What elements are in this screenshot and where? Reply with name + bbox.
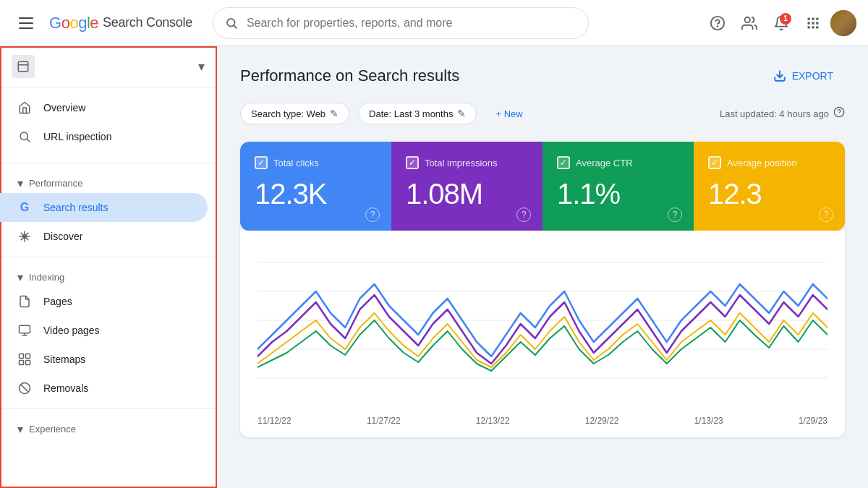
sidebar-item-removals[interactable]: Removals (0, 374, 208, 403)
nav-section-top: Overview URL inspection (0, 87, 216, 157)
notification-badge: 1 (780, 13, 791, 25)
app-header: Google Search Console (0, 0, 868, 46)
help-button[interactable] (703, 9, 732, 38)
metric-value-clicks: 12.3K (255, 178, 377, 210)
avatar[interactable] (830, 10, 856, 36)
chevron-down-icon: ▾ (198, 59, 205, 74)
help-icon (710, 15, 726, 31)
edit-search-type-icon: ✎ (330, 108, 339, 119)
metric-value-impressions: 1.08M (406, 178, 528, 210)
metric-checkbox-clicks[interactable]: ✓ (255, 156, 268, 169)
search-bar-container (213, 7, 589, 39)
metric-value-position: 12.3 (708, 178, 830, 210)
metric-header-position: ✓ Average position (708, 156, 830, 169)
metric-header-clicks: ✓ Total clicks (255, 156, 377, 169)
search-input[interactable] (247, 17, 576, 30)
sidebar-section-indexing-label: Indexing (29, 272, 64, 283)
chart-label-4: 12/29/22 (585, 416, 619, 426)
filter-search-type[interactable]: Search type: Web ✎ (240, 103, 349, 124)
sidebar-item-overview[interactable]: Overview (0, 93, 208, 122)
sidebar-item-pages[interactable]: Pages (0, 287, 208, 316)
svg-point-4 (745, 17, 750, 22)
sidebar-item-discover-label: Discover (43, 231, 82, 242)
metric-header-ctr: ✓ Average CTR (557, 156, 679, 169)
svg-line-1 (234, 25, 236, 27)
add-filter-button[interactable]: + New (485, 104, 532, 124)
sidebar-section-experience[interactable]: ▾ Experience (0, 415, 216, 439)
chart-container: 11/12/22 11/27/22 12/13/22 12/29/22 1/13… (240, 231, 845, 437)
svg-rect-14 (18, 61, 28, 72)
apps-button[interactable] (799, 9, 827, 38)
discover-icon (17, 229, 32, 244)
home-icon (17, 100, 32, 115)
metric-header-impressions: ✓ Total impressions (406, 156, 528, 169)
metric-help-impressions[interactable]: ? (516, 207, 531, 222)
add-filter-label: + New (495, 108, 522, 119)
logo-link[interactable]: Google Search Console (49, 14, 192, 33)
metric-card-ctr[interactable]: ✓ Average CTR 1.1% ? (542, 142, 694, 231)
checkbox-check-icon: ✓ (258, 158, 265, 168)
metric-checkbox-position[interactable]: ✓ (708, 156, 721, 169)
filter-date[interactable]: Date: Last 3 months ✎ (358, 103, 477, 124)
main-layout: ​ ▾ Overview URL insp (0, 46, 868, 488)
pages-icon (17, 294, 32, 309)
svg-rect-22 (26, 354, 30, 359)
main-content: Performance on Search results EXPORT Sea… (217, 46, 868, 488)
svg-rect-12 (812, 26, 814, 28)
metric-checkbox-impressions[interactable]: ✓ (406, 156, 419, 169)
chart-label-2: 11/27/22 (367, 416, 401, 426)
search-bar-icon (225, 17, 238, 30)
export-icon (773, 69, 786, 82)
svg-rect-8 (808, 22, 810, 24)
metric-checkbox-ctr[interactable]: ✓ (557, 156, 570, 169)
metrics-row: ✓ Total clicks 12.3K ? ✓ Total impressio… (240, 142, 845, 231)
filter-bar: Search type: Web ✎ Date: Last 3 months ✎… (240, 103, 845, 124)
metric-card-impressions[interactable]: ✓ Total impressions 1.08M ? (391, 142, 542, 231)
hamburger-menu-button[interactable] (12, 9, 41, 38)
video-pages-icon (17, 323, 32, 338)
sidebar-item-url-inspection[interactable]: URL inspection (0, 122, 208, 151)
chart-x-labels: 11/12/22 11/27/22 12/13/22 12/29/22 1/13… (258, 410, 827, 426)
google-g-icon: G (17, 200, 32, 215)
metric-help-position[interactable]: ? (819, 207, 833, 222)
metric-label-clicks: Total clicks (273, 158, 319, 168)
sidebar-item-video-pages-label: Video pages (43, 325, 100, 336)
content-header: Performance on Search results EXPORT (240, 64, 845, 88)
metrics-chart-wrapper: ✓ Total clicks 12.3K ? ✓ Total impressio… (240, 142, 845, 437)
sidebar-item-video-pages[interactable]: Video pages (0, 316, 208, 345)
last-updated-text: Last updated: 4 hours ago (720, 108, 829, 119)
hamburger-icon (19, 17, 33, 29)
metric-label-position: Average position (727, 158, 797, 168)
checkbox-check-icon-4: ✓ (711, 158, 718, 168)
sidebar-section-performance[interactable]: ▾ Performance (0, 169, 216, 193)
svg-rect-13 (816, 26, 818, 28)
grid-icon (806, 16, 820, 30)
edit-date-icon: ✎ (457, 108, 466, 119)
sidebar-item-discover[interactable]: Discover (0, 222, 208, 251)
url-inspection-icon (17, 129, 32, 144)
svg-rect-9 (812, 22, 814, 24)
sidebar-section-indexing[interactable]: ▾ Indexing (0, 263, 216, 287)
property-selector[interactable]: ​ ▾ (0, 46, 216, 87)
sidebar: ​ ▾ Overview URL insp (0, 46, 217, 488)
metric-help-ctr[interactable]: ? (668, 207, 682, 222)
sidebar-section-performance-label: Performance (29, 178, 82, 189)
export-button[interactable]: EXPORT (762, 64, 845, 88)
notifications-button[interactable]: 1 (767, 9, 796, 38)
metric-card-position[interactable]: ✓ Average position 12.3 ? (694, 142, 845, 231)
svg-rect-23 (20, 361, 24, 365)
app-title: Search Console (103, 15, 192, 30)
last-updated-help-icon[interactable] (833, 106, 845, 121)
sidebar-item-search-results[interactable]: G Search results (0, 193, 208, 222)
metric-card-clicks[interactable]: ✓ Total clicks 12.3K ? (240, 142, 391, 231)
svg-line-26 (21, 385, 29, 393)
header-actions: 1 (703, 9, 856, 38)
sidebar-item-sitemaps-label: Sitemaps (43, 354, 85, 365)
metric-value-ctr: 1.1% (557, 178, 679, 210)
sidebar-item-search-results-label: Search results (43, 202, 108, 213)
search-console-share-button[interactable] (735, 9, 764, 38)
sidebar-item-sitemaps[interactable]: Sitemaps (0, 345, 208, 374)
nav-divider-2 (0, 257, 216, 257)
metric-help-clicks[interactable]: ? (365, 207, 380, 222)
collapse-icon-performance: ▾ (17, 176, 23, 190)
